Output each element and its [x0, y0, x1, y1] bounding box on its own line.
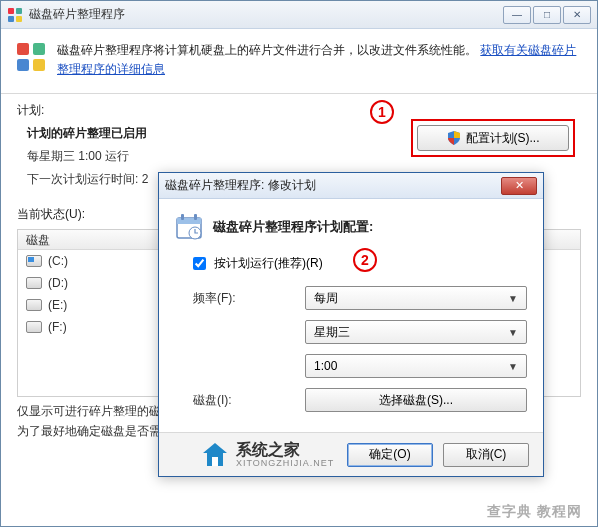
- maximize-button[interactable]: □: [533, 6, 561, 24]
- drive-icon: [26, 299, 42, 311]
- defrag-app-icon: [7, 7, 23, 23]
- dialog-titlebar: 磁盘碎片整理程序: 修改计划 ✕: [159, 173, 543, 199]
- annotation-circle-1: 1: [370, 100, 394, 124]
- frequency-label: 频率(F):: [175, 290, 305, 307]
- time-value: 1:00: [314, 359, 337, 373]
- svg-rect-10: [181, 214, 184, 220]
- minimize-button[interactable]: —: [503, 6, 531, 24]
- frequency-combobox[interactable]: 每周 ▼: [305, 286, 527, 310]
- time-row: 1:00 ▼: [175, 354, 527, 378]
- house-icon: [200, 440, 230, 470]
- configure-schedule-button[interactable]: 配置计划(S)...: [417, 125, 569, 151]
- dialog-title: 磁盘碎片整理程序: 修改计划: [165, 177, 501, 194]
- svg-rect-4: [17, 43, 29, 55]
- dialog-heading: 磁盘碎片整理程序计划配置:: [213, 218, 373, 236]
- dialog-close-button[interactable]: ✕: [501, 177, 537, 195]
- defrag-large-icon: [15, 41, 47, 73]
- disk-select-label: 磁盘(I):: [175, 392, 305, 409]
- main-title: 磁盘碎片整理程序: [29, 6, 503, 23]
- frequency-row: 频率(F): 每周 ▼: [175, 286, 527, 310]
- day-value: 星期三: [314, 324, 350, 341]
- svg-rect-11: [194, 214, 197, 220]
- svg-rect-5: [33, 43, 45, 55]
- svg-rect-7: [33, 59, 45, 71]
- modify-schedule-dialog: 磁盘碎片整理程序: 修改计划 ✕ 磁盘碎片整理程序计划配置: 按计划运行(推荐)…: [158, 172, 544, 477]
- svg-rect-13: [212, 457, 218, 466]
- svg-rect-1: [16, 8, 22, 14]
- dialog-heading-row: 磁盘碎片整理程序计划配置:: [175, 213, 527, 241]
- main-titlebar: 磁盘碎片整理程序 — □ ✕: [1, 1, 597, 29]
- chevron-down-icon: ▼: [508, 293, 518, 304]
- dialog-body: 磁盘碎片整理程序计划配置: 按计划运行(推荐)(R) 频率(F): 每周 ▼ 星…: [159, 199, 543, 432]
- ok-button[interactable]: 确定(O): [347, 443, 433, 467]
- frequency-value: 每周: [314, 290, 338, 307]
- day-combobox[interactable]: 星期三 ▼: [305, 320, 527, 344]
- header-description: 磁盘碎片整理程序将计算机硬盘上的碎片文件进行合并，以改进文件系统性能。 获取有关…: [1, 29, 597, 94]
- window-controls: — □ ✕: [503, 6, 591, 24]
- svg-rect-6: [17, 59, 29, 71]
- svg-rect-3: [16, 16, 22, 22]
- chevron-down-icon: ▼: [508, 361, 518, 372]
- watermark-brand: 系统之家: [236, 441, 334, 459]
- calendar-icon: [175, 213, 203, 241]
- drive-icon: [26, 255, 42, 267]
- run-on-schedule-label: 按计划运行(推荐)(R): [214, 255, 323, 272]
- uac-shield-icon: [447, 131, 461, 145]
- svg-rect-2: [8, 16, 14, 22]
- config-button-area: 配置计划(S)...: [411, 119, 575, 157]
- chevron-down-icon: ▼: [508, 327, 518, 338]
- watermark-logo: 系统之家 XITONGZHIJIA.NET: [200, 440, 334, 470]
- cancel-button[interactable]: 取消(C): [443, 443, 529, 467]
- time-combobox[interactable]: 1:00 ▼: [305, 354, 527, 378]
- drive-icon: [26, 277, 42, 289]
- select-disk-button[interactable]: 选择磁盘(S)...: [305, 388, 527, 412]
- close-button[interactable]: ✕: [563, 6, 591, 24]
- annotation-circle-2: 2: [353, 248, 377, 272]
- annotation-box-1: 配置计划(S)...: [411, 119, 575, 157]
- disk-select-row: 磁盘(I): 选择磁盘(S)...: [175, 388, 527, 412]
- header-text: 磁盘碎片整理程序将计算机硬盘上的碎片文件进行合并，以改进文件系统性能。 获取有关…: [57, 41, 583, 79]
- header-text-static: 磁盘碎片整理程序将计算机硬盘上的碎片文件进行合并，以改进文件系统性能。: [57, 43, 477, 57]
- drive-icon: [26, 321, 42, 333]
- run-on-schedule-checkbox[interactable]: [193, 257, 206, 270]
- svg-rect-0: [8, 8, 14, 14]
- watermark-corner: 查字典 教程网: [487, 503, 582, 521]
- svg-rect-9: [177, 218, 201, 224]
- schedule-label: 计划:: [17, 102, 581, 119]
- day-row: 星期三 ▼: [175, 320, 527, 344]
- configure-schedule-label: 配置计划(S)...: [466, 130, 540, 147]
- watermark-domain: XITONGZHIJIA.NET: [236, 459, 334, 469]
